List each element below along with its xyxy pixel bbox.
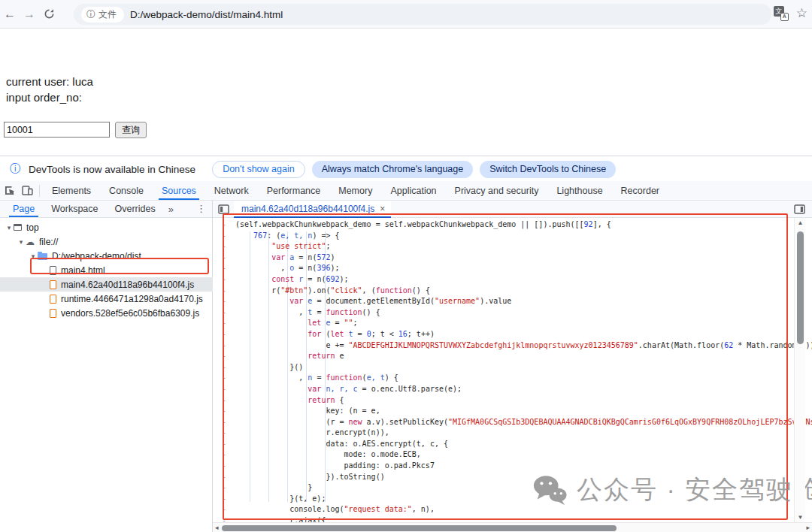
show-debugger-panel-icon[interactable]	[794, 204, 805, 217]
folder-icon	[38, 253, 47, 260]
address-bar[interactable]: ⓘ 文件 D:/webpack-demo/dist/main4.html	[74, 4, 771, 25]
code-line-text: var e = document.getElementById("usernam…	[235, 296, 511, 307]
file-tab[interactable]: main4.62a40d118a96b44100f4.js ×	[234, 201, 391, 217]
line-gutter-dash: -	[213, 231, 235, 242]
tree-item-top[interactable]: ▾top	[0, 220, 213, 234]
code-line-text: data: o.AES.encrypt(t, c, {	[235, 439, 448, 450]
code-line: - r("#btn").on("click", (function() {	[213, 286, 812, 297]
collapse-glyph	[218, 204, 229, 214]
sidebar-tab-page[interactable]: Page	[5, 201, 43, 217]
code-line: - e += "ABCDEFGHIJKLMNOPQRSTUVWXYZabcdef…	[213, 340, 812, 352]
sidebar-subtabs: PageWorkspaceOverrides» ⋮	[0, 201, 212, 218]
code-line-text: r.ajax({	[235, 515, 326, 522]
code-line-text: var a = n(572)	[235, 252, 335, 264]
code-line: - const r = n(692);	[213, 274, 812, 286]
expand-arrow-icon[interactable]: ▾	[5, 224, 14, 231]
bookmark-star-icon[interactable]: ☆	[796, 5, 807, 21]
line-gutter-dash: -	[213, 241, 235, 252]
device-toolbar-icon[interactable]	[18, 182, 36, 200]
scroll-down-icon[interactable]: ▼	[795, 514, 806, 521]
tree-item-main4-62a40d118a96b44100f4-js[interactable]: main4.62a40d118a96b44100f4.js	[0, 277, 213, 292]
line-gutter-dash: -	[213, 494, 235, 505]
tab-sources[interactable]: Sources	[153, 181, 205, 200]
tab-console[interactable]: Console	[100, 181, 153, 200]
tree-item-label: D:/webpack-demo/dist	[52, 251, 141, 261]
code-line-text: console.log("request data:", n),	[235, 504, 435, 515]
tab-lighthouse[interactable]: Lighthouse	[547, 181, 611, 200]
code-line-text: }()	[235, 362, 303, 373]
toolbar-right: 文 A ☆	[774, 5, 807, 21]
code-line-text: , n = function(e, t) {	[235, 373, 398, 384]
cloud-icon: ☁	[26, 238, 35, 246]
tree-item-label: main4.62a40d118a96b44100f4.js	[61, 280, 194, 290]
sources-panel: PageWorkspaceOverrides» ⋮ ▾top▾☁file://▾…	[0, 201, 812, 532]
code-line-text: r.encrypt(n)),	[235, 428, 389, 439]
tab-network[interactable]: Network	[205, 181, 258, 200]
url-text[interactable]: D:/webpack-demo/dist/main4.html	[130, 9, 283, 20]
more-tabs-icon[interactable]: »	[164, 204, 178, 215]
sidebar-tab-workspace[interactable]: Workspace	[43, 201, 106, 217]
tab-memory[interactable]: Memory	[329, 181, 381, 200]
collapse-sidebar-icon[interactable]	[218, 204, 229, 214]
sidebar-tab-overrides[interactable]: Overrides	[107, 201, 164, 217]
current-user-text: current user: luca	[6, 75, 93, 88]
scroll-up-icon[interactable]: ▲	[795, 219, 806, 226]
devtools-tabbar-tabs: ElementsConsoleSourcesNetworkPerformance…	[43, 181, 668, 200]
code-line: - key: (n = e,	[213, 406, 812, 417]
wechat-icon	[532, 473, 567, 506]
query-button[interactable]: 查询	[115, 122, 147, 138]
code-line-text: (self.webpackChunkwebpack_demo = self.we…	[235, 219, 611, 231]
code-line: - var e = document.getElementById("usern…	[213, 296, 812, 307]
code-line-text: mode: o.mode.ECB,	[235, 449, 421, 461]
watermark: 公众号 · 安全驾驶舱	[532, 473, 812, 507]
tree-item-runtime-4466471a1298a0ad4170-js[interactable]: runtime.4466471a1298a0ad4170.js	[0, 292, 213, 306]
vertical-scrollbar[interactable]: ▲ ▼	[794, 218, 805, 522]
translate-icon[interactable]: 文 A	[774, 6, 789, 21]
file-tab-label: main4.62a40d118a96b44100f4.js	[241, 204, 374, 214]
tab-recorder[interactable]: Recorder	[612, 181, 668, 200]
inspect-glyph	[3, 184, 16, 197]
line-gutter-dash: -	[213, 219, 235, 231]
tree-item-vendors-528ef5e6c05b6fba6309-js[interactable]: vendors.528ef5e6c05b6fba6309.js	[0, 306, 213, 320]
vertical-scrollbar-thumb[interactable]	[797, 231, 804, 344]
code-line: - r.encrypt(n)),	[213, 428, 812, 439]
code-line: - data: o.AES.encrypt(t, c, {	[213, 439, 812, 450]
horizontal-scrollbar-thumb[interactable]	[222, 525, 617, 531]
code-line: - padding: o.pad.Pkcs7	[213, 461, 812, 472]
line-gutter-dash: -	[213, 362, 235, 373]
scroll-right-icon[interactable]: ▸	[806, 524, 810, 531]
line-gutter-dash: -	[213, 395, 235, 407]
horizontal-scrollbar[interactable]: ◂ ▸	[213, 522, 812, 532]
code-line: - 767: (e, t, n) => {	[213, 231, 812, 242]
scheme-chip[interactable]: ⓘ 文件	[81, 7, 124, 23]
line-gutter-dash: -	[213, 482, 235, 494]
tree-item-file-[interactable]: ▾☁file://	[0, 234, 213, 249]
tab-application[interactable]: Application	[381, 181, 445, 200]
scroll-left-icon[interactable]: ◂	[215, 524, 219, 531]
dont-show-again-button[interactable]: Don't show again	[212, 161, 305, 178]
tab-performance[interactable]: Performance	[258, 181, 330, 200]
tab-elements[interactable]: Elements	[43, 181, 100, 200]
reload-icon[interactable]	[39, 8, 59, 20]
expand-arrow-icon[interactable]: ▾	[17, 238, 26, 246]
line-gutter-dash: -	[213, 428, 235, 439]
code-line-text: let e = "";	[235, 318, 358, 329]
switch-devtools-chinese-button[interactable]: Switch DevTools to Chinese	[480, 161, 616, 178]
expand-arrow-icon[interactable]: ▾	[29, 252, 38, 260]
order-no-input[interactable]	[4, 122, 110, 138]
match-chrome-language-button[interactable]: Always match Chrome's language	[312, 161, 474, 178]
forward-icon[interactable]: →	[20, 8, 39, 21]
page-info-icon[interactable]: ⓘ	[86, 8, 95, 21]
inspect-element-icon[interactable]	[0, 182, 18, 200]
back-icon[interactable]: ←	[0, 8, 20, 21]
tree-item-d-webpack-demo-dist[interactable]: ▾D:/webpack-demo/dist	[0, 249, 213, 263]
sidebar-menu-icon[interactable]: ⋮	[196, 203, 206, 214]
close-tab-icon[interactable]: ×	[380, 204, 385, 214]
line-gutter-dash: -	[213, 417, 235, 428]
line-gutter-dash: -	[213, 515, 235, 522]
tab-privacy-and-security[interactable]: Privacy and security	[446, 181, 548, 200]
devtools-tabbar: ElementsConsoleSourcesNetworkPerformance…	[0, 181, 812, 201]
tree-item-main4-html[interactable]: main4.html	[0, 263, 213, 277]
code-line-text: key: (n = e,	[235, 406, 380, 417]
tree-item-label: file://	[39, 237, 58, 247]
